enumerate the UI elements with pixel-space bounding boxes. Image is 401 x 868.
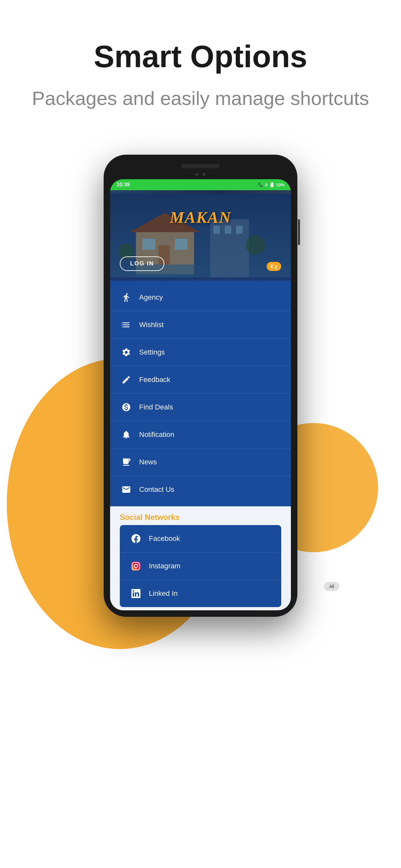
- menu-item-news[interactable]: News: [110, 448, 291, 476]
- facebook-label: Facebook: [149, 534, 180, 543]
- phone-icon: 📞: [258, 182, 263, 187]
- alert-icon: ⚠: [265, 182, 268, 187]
- menu-item-contact-us[interactable]: Contact Us: [110, 476, 291, 503]
- login-button[interactable]: LOG IN: [120, 256, 164, 271]
- linkedin-label: Linked In: [149, 589, 178, 598]
- menu-item-agency[interactable]: Agency: [110, 284, 291, 311]
- feedback-label: Feedback: [139, 376, 171, 384]
- app-logo: MAKAN: [170, 208, 232, 227]
- news-icon: [120, 456, 133, 469]
- agency-label: Agency: [139, 293, 163, 302]
- menu-item-wishlist[interactable]: Wishlist: [110, 311, 291, 339]
- svg-rect-14: [122, 322, 123, 323]
- phone-device: 10:39 📞 ⚠ ▐▌ 10%: [104, 155, 297, 617]
- phone-cameras: [110, 171, 291, 179]
- wishlist-icon: [120, 318, 133, 331]
- settings-label: Settings: [139, 348, 165, 356]
- social-item-linkedin[interactable]: Linked In: [120, 580, 281, 607]
- camera-dot-1: [195, 173, 198, 176]
- page-header: Smart Options Packages and easily manage…: [0, 0, 401, 129]
- instagram-icon: [129, 560, 143, 572]
- phone-container: 10:39 📞 ⚠ ▐▌ 10%: [55, 155, 346, 617]
- feedback-icon: [120, 373, 133, 386]
- linkedin-icon: [129, 587, 143, 600]
- find-deals-icon: [120, 401, 133, 414]
- notification-label: Notification: [139, 430, 174, 439]
- page-title: Smart Options: [19, 39, 382, 74]
- menu-area: Agency Wishlist: [110, 281, 291, 506]
- status-icons: 📞 ⚠ ▐▌ 10%: [258, 182, 284, 187]
- contact-us-icon: [120, 483, 133, 496]
- facebook-icon: [129, 532, 143, 545]
- svg-rect-15: [122, 324, 123, 325]
- status-bar: 10:39 📞 ⚠ ▐▌ 10%: [110, 179, 291, 190]
- social-section: Social Networks Facebook: [110, 506, 291, 610]
- language-toggle[interactable]: E ع: [267, 262, 281, 271]
- social-item-instagram[interactable]: Instagram: [120, 553, 281, 580]
- menu-item-feedback[interactable]: Feedback: [110, 366, 291, 394]
- find-deals-label: Find Deals: [139, 403, 173, 411]
- page-subtitle: Packages and easily manage shortcuts: [19, 87, 382, 110]
- hero-area: MAKAN LOG IN E ع: [110, 190, 291, 281]
- battery-level: 10%: [276, 182, 284, 187]
- social-items-list: Facebook: [120, 525, 281, 607]
- camera-dot-2: [203, 173, 206, 176]
- svg-point-19: [137, 563, 138, 564]
- status-time: 10:39: [117, 182, 130, 188]
- menu-item-find-deals[interactable]: Find Deals: [110, 394, 291, 421]
- phone-screen: 10:39 📞 ⚠ ▐▌ 10%: [110, 179, 291, 610]
- notification-icon: [120, 428, 133, 441]
- wishlist-label: Wishlist: [139, 321, 164, 329]
- phone-side-button: [298, 219, 300, 245]
- social-item-facebook[interactable]: Facebook: [120, 525, 281, 553]
- menu-item-settings[interactable]: Settings: [110, 339, 291, 366]
- instagram-label: Instagram: [149, 562, 181, 570]
- page-wrapper: Smart Options Packages and easily manage…: [0, 0, 401, 868]
- signal-bars: ▐▌: [269, 182, 275, 187]
- social-title: Social Networks: [120, 513, 281, 522]
- all-button[interactable]: All: [324, 582, 339, 591]
- settings-icon: [120, 346, 133, 359]
- phone-notch: [181, 164, 220, 168]
- news-label: News: [139, 458, 157, 466]
- svg-rect-16: [122, 326, 123, 327]
- phone-notch-bar: [110, 161, 291, 171]
- contact-us-label: Contact Us: [139, 485, 174, 494]
- menu-item-notification[interactable]: Notification: [110, 421, 291, 448]
- agency-icon: [120, 291, 133, 304]
